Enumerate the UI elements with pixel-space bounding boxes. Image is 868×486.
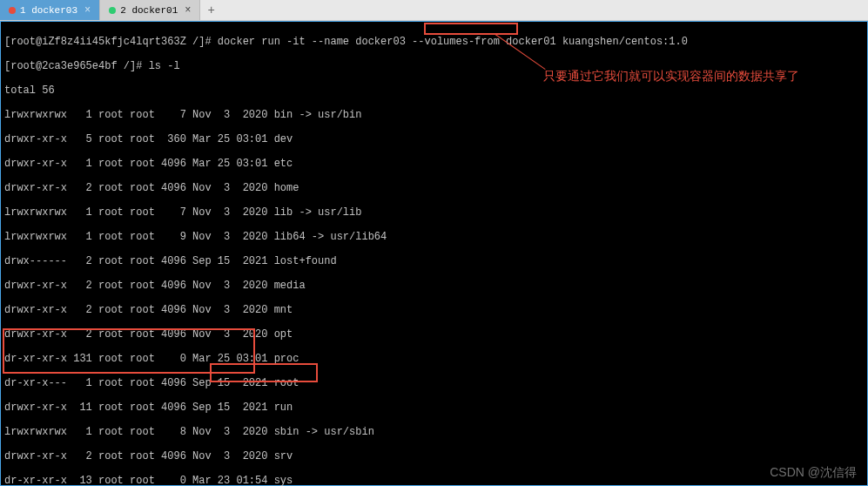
terminal-line: lrwxrwxrwx 1 root root 7 Nov 3 2020 bin … <box>4 109 864 121</box>
tab-bar: 1 docker03 × 2 docker01 × + <box>0 0 868 21</box>
terminal-line: lrwxrwxrwx 1 root root 9 Nov 3 2020 lib6… <box>4 231 864 243</box>
close-icon[interactable]: × <box>84 4 91 17</box>
terminal-line: dr-xr-xr-x 13 root root 0 Mar 23 01:54 s… <box>4 475 864 486</box>
terminal-line: drwxr-xr-x 2 root root 4096 Nov 3 2020 h… <box>4 182 864 194</box>
annotation-text: 只要通过它我们就可以实现容器间的数据共享了 <box>543 70 799 82</box>
terminal-line: drwx------ 2 root root 4096 Sep 15 2021 … <box>4 255 864 267</box>
terminal-line: total 56 <box>4 84 864 97</box>
terminal-line: drwxr-xr-x 11 root root 4096 Sep 15 2021… <box>4 402 864 414</box>
terminal-line: drwxr-xr-x 2 root root 4096 Nov 3 2020 o… <box>4 328 864 341</box>
tab-docker03[interactable]: 1 docker03 × <box>0 0 100 20</box>
terminal-line: drwxr-xr-x 2 root root 4096 Nov 3 2020 m… <box>4 280 864 292</box>
close-icon[interactable]: × <box>185 4 191 17</box>
highlight-box-volumes-from <box>424 23 518 35</box>
terminal-line: lrwxrwxrwx 1 root root 7 Nov 3 2020 lib … <box>4 206 864 219</box>
terminal-line: drwxr-xr-x 5 root root 360 Mar 25 03:01 … <box>4 133 864 145</box>
terminal-line: lrwxrwxrwx 1 root root 8 Nov 3 2020 sbin… <box>4 426 864 438</box>
tab-label: 1 docker03 <box>20 5 77 16</box>
tab-docker01[interactable]: 2 docker01 × <box>100 0 200 20</box>
terminal-line: drwxr-xr-x 2 root root 4096 Nov 3 2020 m… <box>4 304 864 316</box>
tab-indicator-icon <box>109 7 116 14</box>
terminal-line: [root@iZf8z4ii45kfjc4lqrt363Z /]# docker… <box>4 36 864 48</box>
terminal-line: drwxr-xr-x 2 root root 4096 Nov 3 2020 s… <box>4 450 864 462</box>
terminal[interactable]: [root@iZf8z4ii45kfjc4lqrt363Z /]# docker… <box>0 21 868 486</box>
tab-label: 2 docker01 <box>120 5 178 16</box>
terminal-line: drwxr-xr-x 1 root root 4096 Mar 25 03:01… <box>4 158 864 170</box>
terminal-line: dr-xr-x--- 1 root root 4096 Sep 15 2021 … <box>4 377 864 389</box>
terminal-line: dr-xr-xr-x 131 root root 0 Mar 25 03:01 … <box>4 353 864 365</box>
watermark: CSDN @沈信得 <box>770 466 857 478</box>
tab-indicator-icon <box>9 7 16 14</box>
tab-add-button[interactable]: + <box>200 2 221 19</box>
